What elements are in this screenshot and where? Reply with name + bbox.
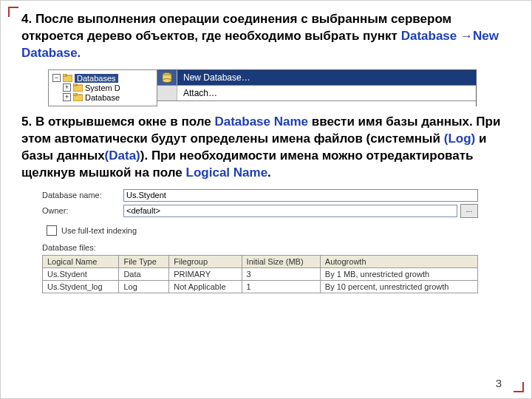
- menu-icon-strip: [157, 86, 177, 100]
- label-fulltext: Use full-text indexing: [61, 226, 137, 235]
- text: 4. После выполнения операции соединения …: [21, 12, 451, 43]
- menu-item-new-database[interactable]: New Database…: [157, 70, 476, 86]
- keyword-log: (Log): [444, 132, 475, 146]
- text: .: [267, 166, 271, 180]
- tree-item-databases[interactable]: Databases: [75, 74, 118, 83]
- arrow: →: [460, 29, 473, 43]
- tree-item-dbsnap[interactable]: Database: [85, 93, 120, 102]
- col-file-type[interactable]: File Type: [119, 255, 169, 267]
- figure-tree-menu: − Databases + System D + Database: [48, 69, 511, 106]
- cell[interactable]: Us.Stydent_log: [43, 280, 119, 293]
- expander-plus-icon[interactable]: +: [63, 93, 71, 101]
- svg-rect-3: [73, 83, 77, 86]
- row-database-name: Database name:: [42, 189, 478, 202]
- table-row[interactable]: Us.Stydent_log Log Not Applicable 1 By 1…: [43, 280, 478, 293]
- menu-label: New Database…: [177, 72, 256, 83]
- keyword-database: Database: [401, 29, 457, 43]
- cell[interactable]: Us.Stydent: [43, 267, 119, 280]
- label-database-name: Database name:: [42, 191, 123, 200]
- figure-form: Database name: Owner: ... Use full-text …: [42, 189, 478, 293]
- input-owner[interactable]: [123, 205, 457, 217]
- col-filegroup[interactable]: Filegroup: [169, 255, 242, 267]
- paragraph-5: 5. В открывшемся окне в поле Database Na…: [21, 114, 511, 182]
- corner-decoration: [8, 7, 18, 17]
- menu-label: Attach…: [177, 88, 223, 98]
- corner-decoration: [514, 382, 524, 392]
- context-menu: New Database… Attach…: [157, 69, 477, 106]
- browse-button[interactable]: ...: [460, 204, 478, 218]
- col-autogrowth[interactable]: Autogrowth: [320, 255, 477, 267]
- tree-item-system[interactable]: System D: [85, 83, 120, 92]
- svg-rect-1: [63, 74, 66, 76]
- paragraph-4: 4. После выполнения операции соединения …: [21, 11, 511, 62]
- checkbox-fulltext[interactable]: [47, 225, 57, 236]
- expander-plus-icon[interactable]: +: [63, 83, 71, 92]
- cell: Log: [119, 280, 169, 293]
- row-owner: Owner: ...: [42, 204, 478, 218]
- svg-rect-5: [73, 93, 77, 95]
- input-database-name[interactable]: [123, 189, 478, 202]
- slide: 4. После выполнения операции соединения …: [0, 0, 532, 399]
- folder-icon: [73, 83, 83, 92]
- cell: PRIMARY: [169, 267, 242, 280]
- svg-point-8: [163, 78, 171, 82]
- cell: Not Applicable: [169, 280, 242, 293]
- page-number: 3: [496, 377, 502, 389]
- cell: Data: [119, 267, 169, 280]
- row-fulltext: Use full-text indexing: [47, 225, 478, 236]
- col-logical-name[interactable]: Logical Name: [43, 255, 119, 267]
- keyword-database-name: Database Name: [214, 115, 308, 129]
- cell: By 10 percent, unrestricted growth: [320, 280, 477, 293]
- cell[interactable]: 3: [242, 267, 320, 280]
- expander-minus-icon[interactable]: −: [52, 74, 61, 82]
- table-row[interactable]: Us.Stydent Data PRIMARY 3 By 1 MB, unres…: [43, 267, 478, 280]
- database-icon: [157, 70, 177, 85]
- folder-icon: [73, 93, 83, 101]
- keyword-logical-name: Logical Name: [186, 166, 268, 180]
- cell[interactable]: 1: [242, 280, 320, 293]
- folder-icon: [63, 74, 72, 82]
- label-database-files: Database files:: [42, 243, 478, 252]
- keyword-data: (Data): [105, 149, 140, 163]
- cell: By 1 MB, unrestricted growth: [320, 267, 477, 280]
- object-tree[interactable]: − Databases + System D + Database: [48, 69, 157, 106]
- menu-item-attach[interactable]: Attach…: [157, 86, 476, 101]
- text: 5. В открывшемся окне в поле: [21, 115, 214, 129]
- database-files-table: Logical Name File Type Filegroup Initial…: [42, 255, 478, 293]
- label-owner: Owner:: [42, 206, 123, 215]
- table-header-row: Logical Name File Type Filegroup Initial…: [43, 255, 478, 267]
- col-initial-size[interactable]: Initial Size (MB): [242, 255, 320, 267]
